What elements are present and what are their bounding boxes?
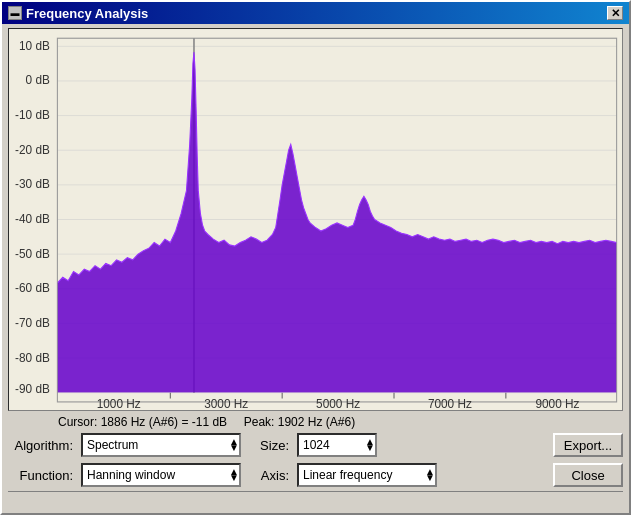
algorithm-label: Algorithm: [8, 438, 73, 453]
size-label: Size: [249, 438, 289, 453]
algorithm-select-wrapper: Spectrum FFT ▲▼ [81, 433, 241, 457]
svg-text:9000 Hz: 9000 Hz [535, 396, 579, 410]
svg-text:0 dB: 0 dB [26, 73, 50, 87]
svg-text:-40 dB: -40 dB [15, 212, 50, 226]
title-bar: ▬ Frequency Analysis ✕ [2, 2, 629, 24]
svg-text:3000 Hz: 3000 Hz [204, 396, 248, 410]
svg-text:-60 dB: -60 dB [15, 281, 50, 295]
axis-select[interactable]: Linear frequency Log frequency [297, 463, 437, 487]
window-icon: ▬ [8, 6, 22, 20]
svg-text:7000 Hz: 7000 Hz [428, 396, 472, 410]
control-row-1: Algorithm: Spectrum FFT ▲▼ Size: 256 512… [8, 433, 623, 457]
svg-text:-30 dB: -30 dB [15, 177, 50, 191]
svg-text:-70 dB: -70 dB [15, 315, 50, 329]
svg-text:1000 Hz: 1000 Hz [97, 396, 141, 410]
window-title: Frequency Analysis [26, 6, 148, 21]
svg-text:5000 Hz: 5000 Hz [316, 396, 360, 410]
close-button[interactable]: Close [553, 463, 623, 487]
control-row-2: Function: Hanning window Hamming window … [8, 463, 623, 487]
frequency-chart: 10 dB 0 dB -10 dB -20 dB -30 dB -40 dB -… [9, 29, 622, 410]
svg-text:-20 dB: -20 dB [15, 142, 50, 156]
function-label: Function: [8, 468, 73, 483]
peak-info: Peak: 1902 Hz (A#6) [244, 415, 355, 429]
main-window: ▬ Frequency Analysis ✕ 10 dB 0 dB -10 dB… [0, 0, 631, 515]
size-select[interactable]: 256 512 1024 2048 4096 [297, 433, 377, 457]
size-select-wrapper: 256 512 1024 2048 4096 ▲▼ [297, 433, 377, 457]
function-select-wrapper: Hanning window Hamming window Blackman w… [81, 463, 241, 487]
svg-text:10 dB: 10 dB [19, 38, 50, 52]
export-button[interactable]: Export... [553, 433, 623, 457]
svg-text:-50 dB: -50 dB [15, 246, 50, 260]
window-close-button[interactable]: ✕ [607, 6, 623, 20]
status-bar [8, 491, 623, 509]
svg-text:-10 dB: -10 dB [15, 108, 50, 122]
chart-container: 10 dB 0 dB -10 dB -20 dB -30 dB -40 dB -… [8, 28, 623, 411]
algorithm-select[interactable]: Spectrum FFT [81, 433, 241, 457]
axis-select-wrapper: Linear frequency Log frequency ▲▼ [297, 463, 437, 487]
cursor-info: Cursor: 1886 Hz (A#6) = -11 dB [58, 415, 227, 429]
svg-text:-80 dB: -80 dB [15, 350, 50, 364]
svg-text:-90 dB: -90 dB [15, 381, 50, 395]
axis-label: Axis: [249, 468, 289, 483]
controls-area: Algorithm: Spectrum FFT ▲▼ Size: 256 512… [8, 433, 623, 491]
content-area: 10 dB 0 dB -10 dB -20 dB -30 dB -40 dB -… [2, 24, 629, 513]
function-select[interactable]: Hanning window Hamming window Blackman w… [81, 463, 241, 487]
title-bar-left: ▬ Frequency Analysis [8, 6, 148, 21]
info-bar: Cursor: 1886 Hz (A#6) = -11 dB Peak: 190… [8, 413, 623, 433]
